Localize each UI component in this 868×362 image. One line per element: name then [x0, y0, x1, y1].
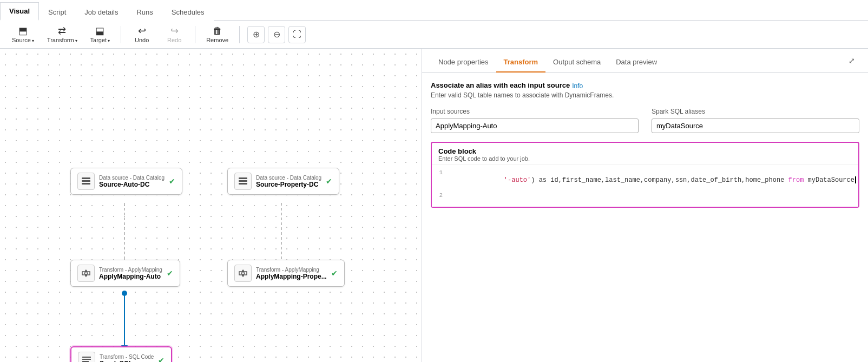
node-apply-property-name: ApplyMapping-Prope... — [256, 273, 327, 280]
node-source-property-name: Source-Property-DC — [256, 181, 321, 188]
node-apply-auto-icon — [77, 265, 95, 282]
top-tab-bar: Visual Script Job details Runs Schedules — [0, 0, 868, 21]
svg-rect-10 — [239, 183, 247, 185]
main-layout: Data source - Data Catalog Source-Auto-D… — [0, 49, 868, 362]
spark-alias-field[interactable] — [652, 119, 859, 133]
node-spark-sql-icon — [78, 352, 95, 362]
connections-svg — [0, 49, 422, 362]
target-label: Target▾ — [90, 37, 110, 43]
node-apply-property-info: Transform - ApplyMapping ApplyMapping-Pr… — [256, 267, 327, 280]
svg-rect-5 — [82, 177, 90, 179]
source-label: Source▾ — [12, 37, 34, 43]
node-spark-sql-type: Transform - SQL Code — [100, 354, 154, 360]
node-apply-auto-check: ✔ — [167, 269, 173, 278]
node-source-auto-icon — [77, 173, 95, 190]
node-spark-sql-name: Spark SQL — [100, 360, 154, 363]
node-spark-sql-check: ✔ — [158, 356, 165, 362]
node-source-property-type: Data source - Data Catalog — [256, 175, 321, 181]
input-sources-header: Input sources — [431, 108, 639, 115]
code-line-2: 2 — [432, 192, 858, 202]
node-apply-property[interactable]: Transform - ApplyMapping ApplyMapping-Pr… — [227, 260, 345, 287]
tab-schedules[interactable]: Schedules — [162, 3, 214, 21]
code-string: '-auto' — [504, 176, 531, 184]
svg-point-4 — [122, 291, 127, 296]
svg-rect-8 — [239, 177, 247, 179]
toolbar: ⬒ Source▾ ⇄ Transform▾ ⬓ Target▾ ↩ Undo … — [0, 21, 868, 49]
transform-button[interactable]: ⇄ Transform▾ — [42, 24, 83, 45]
cursor — [855, 176, 856, 183]
code-line-1: 1 '-auto') as id,first_name,last_name,co… — [432, 169, 858, 192]
tab-script[interactable]: Script — [39, 3, 75, 21]
node-apply-property-type: Transform - ApplyMapping — [256, 267, 327, 273]
node-source-auto-info: Data source - Data Catalog Source-Auto-D… — [99, 175, 165, 188]
source-button[interactable]: ⬒ Source▾ — [6, 24, 40, 45]
line-content-1: '-auto') as id,first_name,last_name,comp… — [447, 169, 858, 192]
expand-panel-button[interactable]: ⤢ — [844, 52, 859, 69]
node-source-auto-name: Source-Auto-DC — [99, 181, 165, 188]
target-icon: ⬓ — [95, 26, 104, 36]
source-icon: ⬒ — [18, 26, 28, 36]
input-sources-col: Input sources — [431, 108, 639, 133]
code-editor[interactable]: 1 '-auto') as id,first_name,last_name,co… — [432, 164, 858, 207]
svg-rect-11 — [82, 357, 91, 358]
tab-visual[interactable]: Visual — [0, 2, 39, 21]
zoom-in-button[interactable]: ⊕ — [247, 26, 265, 43]
undo-button[interactable]: ↩ Undo — [127, 24, 157, 45]
tab-data-preview[interactable]: Data preview — [608, 52, 665, 73]
svg-rect-9 — [239, 180, 247, 182]
tab-output-schema[interactable]: Output schema — [545, 52, 608, 73]
node-source-property-icon — [234, 173, 252, 190]
remove-button[interactable]: 🗑 Remove — [201, 24, 234, 45]
toolbar-sep-2 — [195, 26, 195, 43]
code-block-title: Code block — [438, 147, 852, 155]
node-apply-auto[interactable]: Transform - ApplyMapping ApplyMapping-Au… — [70, 260, 180, 287]
spark-alias-col: Spark SQL aliases — [652, 108, 859, 133]
zoom-controls: ⊕ ⊖ ⛶ — [247, 26, 306, 43]
svg-rect-6 — [82, 180, 90, 182]
trash-icon: 🗑 — [213, 26, 222, 36]
node-source-property[interactable]: Data source - Data Catalog Source-Proper… — [227, 168, 339, 195]
redo-icon: ↪ — [170, 26, 179, 36]
code-block-header: Code block Enter SQL code to add to your… — [432, 143, 858, 164]
node-apply-auto-info: Transform - ApplyMapping ApplyMapping-Au… — [99, 267, 162, 280]
line-num-1: 1 — [432, 169, 447, 176]
node-source-auto[interactable]: Data source - Data Catalog Source-Auto-D… — [70, 168, 182, 195]
node-source-property-check: ✔ — [326, 177, 332, 186]
node-apply-auto-type: Transform - ApplyMapping — [99, 267, 162, 273]
svg-rect-7 — [82, 183, 90, 185]
tab-node-properties[interactable]: Node properties — [431, 52, 496, 73]
toolbar-sep-1 — [121, 26, 121, 43]
node-source-auto-check: ✔ — [169, 177, 175, 186]
node-source-auto-type: Data source - Data Catalog — [99, 175, 165, 181]
canvas-area[interactable]: Data source - Data Catalog Source-Auto-D… — [0, 49, 422, 362]
zoom-out-button[interactable]: ⊖ — [268, 26, 285, 43]
toolbar-sep-3 — [239, 26, 240, 43]
panel-tabs: Node properties Transform Output schema … — [422, 49, 868, 73]
svg-rect-12 — [82, 359, 91, 360]
tab-runs[interactable]: Runs — [127, 3, 162, 21]
node-spark-sql-info: Transform - SQL Code Spark SQL — [100, 354, 154, 363]
info-link[interactable]: Info — [572, 82, 583, 90]
alias-section-title: Associate an alias with each input sourc… — [431, 81, 570, 89]
spark-alias-header: Spark SQL aliases — [652, 108, 859, 115]
code-keyword-from: from — [788, 176, 804, 184]
alias-section: Associate an alias with each input sourc… — [431, 81, 859, 99]
transform-icon: ⇄ — [58, 26, 66, 36]
node-source-property-info: Data source - Data Catalog Source-Proper… — [256, 175, 321, 188]
target-button[interactable]: ⬓ Target▾ — [85, 24, 116, 45]
input-source-field[interactable] — [431, 119, 639, 133]
redo-button[interactable]: ↪ Redo — [159, 24, 189, 45]
tab-transform[interactable]: Transform — [496, 52, 546, 73]
node-apply-property-icon — [234, 265, 252, 282]
tab-job-details[interactable]: Job details — [75, 3, 127, 21]
code-block-subtitle: Enter SQL code to add to your job. — [438, 155, 852, 162]
right-panel: Node properties Transform Output schema … — [422, 49, 868, 362]
sources-grid: Input sources Spark SQL aliases — [431, 108, 859, 133]
transform-label: Transform▾ — [47, 37, 77, 43]
node-apply-property-check: ✔ — [331, 269, 338, 278]
panel-content: Associate an alias with each input sourc… — [422, 73, 868, 362]
node-spark-sql[interactable]: Transform - SQL Code Spark SQL ✔ — [70, 346, 172, 362]
line-num-2: 2 — [432, 192, 447, 199]
fit-view-button[interactable]: ⛶ — [288, 26, 306, 43]
code-block-container: Code block Enter SQL code to add to your… — [431, 142, 859, 208]
